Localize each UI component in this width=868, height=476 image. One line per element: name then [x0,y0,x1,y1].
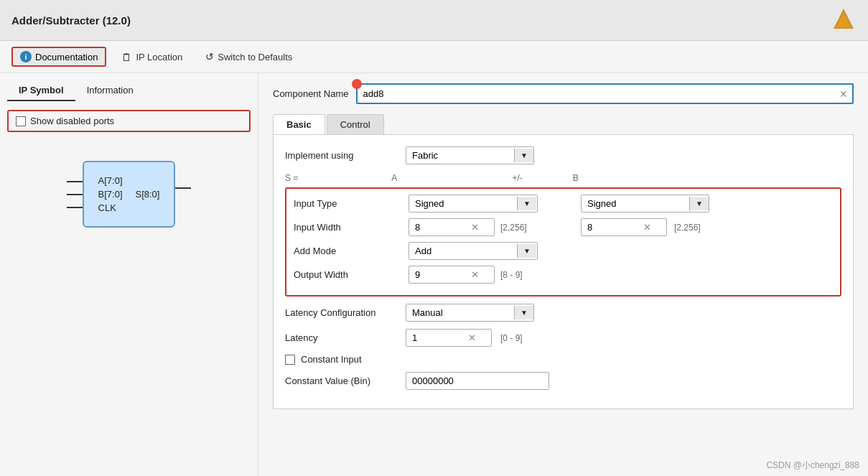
port-wire-a [67,181,83,182]
add-mode-select[interactable]: Add Subtract Add_Subtract [409,243,517,259]
input-type-label: Input Type [294,198,409,209]
tab-information[interactable]: Information [75,80,145,101]
latency-config-label: Latency Configuration [285,307,400,318]
left-panel: IP Symbol Information Show disabled port… [0,73,258,476]
output-width-input[interactable] [409,266,467,283]
output-width-clear-icon[interactable]: ✕ [467,266,483,283]
output-width-input-wrapper: ✕ [409,266,495,284]
right-panel: Component Name ✕ Basic Control Implement… [258,73,868,476]
input-type-a-wrapper: Signed Unsigned ▼ [409,195,538,213]
grouped-params: Input Type Signed Unsigned ▼ [285,187,841,297]
input-width-a-input[interactable] [409,219,467,235]
s-eq-row: S = A +/- B [285,172,841,185]
port-wire-clk [67,207,83,208]
col-pm-label: +/- [512,173,522,183]
input-type-a-select-wrapper: Signed Unsigned ▼ [409,195,538,213]
show-disabled-ports-container: Show disabled ports [7,110,251,132]
component-name-clear-button[interactable]: ✕ [839,88,848,100]
port-b-s-row: B[7:0] S[8:0] [98,189,160,200]
refresh-icon: ↺ [205,51,214,62]
latency-input[interactable] [406,330,464,346]
ip-location-label: IP Location [136,52,182,62]
component-name-row: Component Name ✕ [273,83,854,104]
implement-using-arrow-icon: ▼ [514,149,533,162]
app-logo-icon [831,7,857,33]
param-tabs: Basic Control [273,114,854,135]
window-title: Adder/Subtracter (12.0) [11,14,131,27]
port-s-label: S[8:0] [136,189,160,200]
port-wire-b [67,194,83,195]
latency-label: Latency [285,332,400,343]
input-type-b-select-wrapper: Signed Unsigned ▼ [581,195,709,213]
latency-config-select-wrapper: Manual Auto ▼ [406,304,534,322]
add-mode-row: Add Mode Add Subtract Add_Subtract ▼ [294,242,833,260]
latency-range: [0 - 9] [500,333,523,343]
input-width-b-range: [2,256] [674,223,701,233]
input-width-b-wrapper: ✕ [2,256] [581,218,701,236]
constant-value-input[interactable] [406,372,549,390]
input-width-a-range: [2,256] [500,223,527,233]
params-area: Implement using Fabric DSP ▼ S = A +/- B [273,135,854,409]
watermark: CSDN @小chengzi_888 [766,459,859,472]
port-wire-s [174,187,191,189]
main-window: Adder/Subtracter (12.0) i Documentation … [0,0,868,476]
port-a-row: A[7:0] [98,175,160,186]
port-b-label: B[7:0] [98,189,123,200]
component-name-input[interactable] [358,85,853,103]
implement-using-row: Implement using Fabric DSP ▼ [285,146,841,164]
tab-ip-symbol[interactable]: IP Symbol [7,80,75,101]
info-icon: i [20,51,32,62]
input-width-b-clear-icon[interactable]: ✕ [639,219,655,235]
show-disabled-ports-checkbox[interactable] [16,116,26,126]
output-width-wrapper: ✕ [8 - 9] [409,266,538,284]
latency-row: Latency ✕ [0 - 9] [285,329,841,347]
tab-control[interactable]: Control [327,114,384,134]
col-a-label: A [391,173,397,183]
component-name-label: Component Name [273,88,349,99]
constant-value-row: Constant Value (Bin) [285,372,841,390]
implement-using-select-wrapper: Fabric DSP ▼ [406,146,534,164]
add-mode-select-wrapper: Add Subtract Add_Subtract ▼ [409,242,538,260]
output-width-range: [8 - 9] [500,270,523,280]
latency-config-select[interactable]: Manual Auto [406,304,514,321]
show-disabled-ports-label: Show disabled ports [30,116,114,126]
switch-defaults-button[interactable]: ↺ Switch to Defaults [197,47,300,66]
latency-config-arrow-icon: ▼ [514,306,533,319]
port-a-label: A[7:0] [98,175,123,186]
input-type-a-select[interactable]: Signed Unsigned [409,195,517,212]
port-clk-label: CLK [98,202,116,213]
input-width-row: Input Width ✕ [2,256] [294,218,833,236]
input-width-a-clear-icon[interactable]: ✕ [467,219,483,235]
input-type-row: Input Type Signed Unsigned ▼ [294,195,833,213]
input-width-b-input-wrapper: ✕ [581,218,667,236]
latency-clear-icon[interactable]: ✕ [464,330,480,346]
constant-input-label: Constant Input [301,354,362,365]
add-mode-select-wrapper-outer: Add Subtract Add_Subtract ▼ [409,242,538,260]
tab-basic[interactable]: Basic [273,114,325,134]
port-clk-row: CLK [98,202,160,213]
add-mode-label: Add Mode [294,246,409,256]
switch-defaults-label: Switch to Defaults [218,52,292,62]
implement-using-select[interactable]: Fabric DSP [406,147,514,164]
documentation-button[interactable]: i Documentation [11,47,106,67]
input-width-a-wrapper: ✕ [2,256] [409,218,538,236]
input-type-b-wrapper: Signed Unsigned ▼ [581,195,709,213]
ip-location-button[interactable]: 🗒 IP Location [113,47,190,67]
ip-symbol-area: A[7:0] B[7:0] S[8:0] CLK [7,161,251,228]
red-dot-indicator [352,79,362,89]
left-tabs: IP Symbol Information [7,80,251,101]
constant-value-label: Constant Value (Bin) [285,375,400,386]
s-eq-label: S = [285,173,298,183]
implement-using-label: Implement using [285,150,400,161]
latency-config-row: Latency Configuration Manual Auto ▼ [285,304,841,322]
input-width-b-input[interactable] [582,219,639,235]
input-type-b-arrow-icon: ▼ [689,197,709,210]
constant-input-checkbox[interactable] [285,355,295,365]
input-width-a-input-wrapper: ✕ [409,218,495,236]
ip-symbol-box: A[7:0] B[7:0] S[8:0] CLK [83,161,176,228]
input-width-label: Input Width [294,222,409,233]
input-type-b-select[interactable]: Signed Unsigned [582,195,689,212]
toolbar: i Documentation 🗒 IP Location ↺ Switch t… [0,41,868,73]
file-icon: 🗒 [121,51,132,63]
documentation-label: Documentation [35,52,98,62]
